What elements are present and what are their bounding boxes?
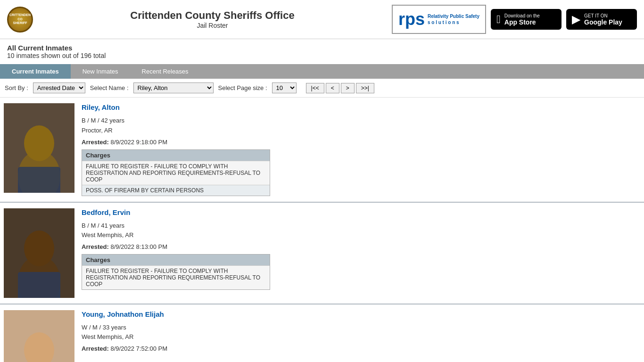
all-current-inmates-label: All Current Inmates (7, 44, 106, 52)
rps-logo: rps Relativity Public Safety s o l u t i… (392, 5, 486, 34)
inmate-photo (4, 208, 74, 298)
prev-page-button[interactable]: < (326, 83, 339, 93)
google-play-icon: ▶ (572, 13, 580, 26)
inmate-list: Riley, Alton B / M / 42 years Proctor, A… (0, 98, 644, 362)
inmate-photo (4, 103, 74, 193)
name-label: Select Name : (90, 84, 129, 91)
header-right: rps Relativity Public Safety s o l u t i… (392, 5, 637, 34)
inmate-demographics: B / M / 42 years Proctor, AR (82, 116, 640, 136)
sheriff-badge: CRITTENDENCOSHERIFF (7, 7, 33, 33)
office-name: Crittenden County Sheriffs Office (33, 9, 392, 22)
toolbar: Sort By : Arrested Date Name Release Dat… (0, 79, 644, 98)
inmate-info: Bedford, Ervin B / M / 41 years West Mem… (82, 208, 640, 298)
inmate-arrested: Arrested: 8/9/2022 9:18:00 PM (82, 139, 640, 146)
inmate-info: Riley, Alton B / M / 42 years Proctor, A… (82, 103, 640, 196)
last-page-button[interactable]: >>| (356, 83, 374, 93)
rps-letters: rps (398, 9, 425, 29)
svg-point-6 (24, 230, 54, 266)
first-page-button[interactable]: |<< (306, 83, 324, 93)
sort-label: Sort By : (5, 84, 28, 91)
google-play-button[interactable]: ▶ GET IT ON Google Play (566, 9, 637, 30)
subheader: All Current Inmates 10 inmates shown out… (0, 39, 644, 64)
svg-rect-7 (18, 272, 60, 298)
name-select[interactable]: Riley, Alton Bedford, Ervin Young, Johna… (133, 82, 214, 93)
inmate-arrested: Arrested: 8/9/2022 8:13:00 PM (82, 243, 640, 250)
charge-item: FAILURE TO REGISTER - FAILURE TO COMPLY … (82, 161, 270, 185)
header-title: Crittenden County Sheriffs Office Jail R… (33, 9, 392, 29)
page-size-label: Select Page size : (218, 84, 267, 91)
app-store-button[interactable]:  Download on the App Store (491, 9, 561, 30)
tab-recent-releases[interactable]: Recent Releases (130, 64, 200, 79)
roster-label: Jail Roster (33, 22, 392, 29)
tab-current-inmates[interactable]: Current Inmates (0, 64, 71, 79)
pagination-controls: |<< < > >>| (306, 83, 374, 93)
tab-bar: Current Inmates New Inmates Recent Relea… (0, 64, 644, 79)
charge-item: POSS. OF FIREARM BY CERTAIN PERSONS (82, 185, 270, 196)
inmate-name: Bedford, Ervin (82, 208, 640, 216)
page-size-select[interactable]: 10 25 50 100 (272, 82, 297, 93)
charges-header: Charges (82, 255, 270, 265)
rps-tagline: Relativity Public Safety s o l u t i o n… (428, 13, 479, 25)
inmate-row: Young, Johnathon Elijah W / M / 33 years… (0, 304, 644, 362)
inmate-name: Young, Johnathon Elijah (82, 310, 640, 318)
inmate-row: Riley, Alton B / M / 42 years Proctor, A… (0, 98, 644, 203)
charges-header: Charges (82, 150, 270, 161)
charge-item: FAILURE TO REGISTER - FAILURE TO COMPLY … (82, 265, 270, 289)
svg-point-2 (24, 125, 54, 161)
inmate-demographics: B / M / 41 years West Memphis, AR (82, 221, 640, 241)
charges-box: Charges FAILURE TO REGISTER - FAILURE TO… (82, 149, 270, 196)
apple-icon:  (496, 13, 501, 26)
google-play-text: GET IT ON Google Play (584, 13, 622, 26)
tab-new-inmates[interactable]: New Inmates (71, 64, 130, 79)
sort-select[interactable]: Arrested Date Name Release Date (33, 82, 85, 93)
inmate-row: Bedford, Ervin B / M / 41 years West Mem… (0, 203, 644, 304)
inmate-arrested: Arrested: 8/9/2022 7:52:00 PM (82, 345, 640, 352)
next-page-button[interactable]: > (341, 83, 355, 93)
page-header: CRITTENDENCOSHERIFF Crittenden County Sh… (0, 0, 644, 39)
charges-box: Charges FAILURE TO REGISTER - FAILURE TO… (82, 254, 270, 290)
inmate-count-info: All Current Inmates 10 inmates shown out… (7, 44, 106, 59)
inmate-photo (4, 310, 74, 362)
sheriff-logo: CRITTENDENCOSHERIFF (7, 7, 33, 33)
svg-rect-3 (18, 167, 60, 193)
app-store-text: Download on the App Store (504, 13, 540, 26)
inmate-info: Young, Johnathon Elijah W / M / 33 years… (82, 310, 640, 362)
inmate-demographics: W / M / 33 years West Memphis, AR (82, 323, 640, 343)
inmate-name: Riley, Alton (82, 103, 640, 111)
inmate-count-detail: 10 inmates shown out of 196 total (7, 52, 106, 59)
